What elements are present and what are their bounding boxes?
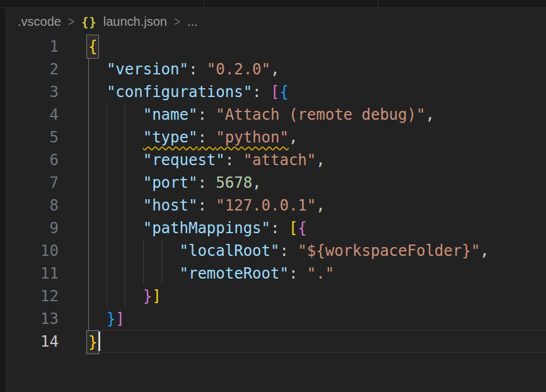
token-b2: } bbox=[143, 287, 152, 305]
token-punc: : bbox=[197, 129, 216, 146]
token-ws bbox=[88, 106, 143, 124]
indent-guide-active bbox=[88, 239, 89, 262]
code-editor[interactable]: 1{2 "version": "0.2.0",3 "configurations… bbox=[6, 35, 546, 353]
indent-guide-active bbox=[88, 285, 89, 308]
tab-separator bbox=[204, 0, 204, 8]
code-line[interactable]: 14} bbox=[6, 330, 546, 353]
indent-guide-active bbox=[88, 262, 89, 285]
code-line[interactable]: 1{ bbox=[6, 35, 546, 58]
token-ws bbox=[88, 129, 143, 146]
code-line-content[interactable]: } bbox=[84, 330, 546, 353]
token-ws bbox=[88, 61, 107, 78]
json-file-icon: {} bbox=[81, 15, 97, 29]
token-key: "pathMappings" bbox=[143, 219, 270, 237]
token-punc: , bbox=[289, 129, 298, 146]
code-line[interactable]: 13 }] bbox=[6, 308, 546, 330]
code-line[interactable]: 2 "version": "0.2.0", bbox=[6, 58, 546, 81]
token-punc: : bbox=[289, 265, 307, 282]
code-line-content[interactable]: "port": 5678, bbox=[84, 171, 546, 194]
token-str: "Attach (remote debug)" bbox=[216, 106, 425, 124]
code-line[interactable]: 4 "name": "Attach (remote debug)", bbox=[6, 103, 546, 126]
line-number: 2 bbox=[6, 58, 84, 81]
code-line-content[interactable]: "localRoot": "${workspaceFolder}", bbox=[84, 239, 546, 262]
line-number: 14 bbox=[6, 330, 84, 353]
code-line[interactable]: 5 "type": "python", bbox=[6, 126, 546, 149]
indent-guide bbox=[125, 149, 125, 171]
indent-guide-active bbox=[88, 81, 89, 103]
token-b2: [ bbox=[270, 83, 279, 101]
tab-bar bbox=[0, 0, 546, 8]
indent-guide bbox=[107, 217, 107, 239]
line-number: 1 bbox=[6, 35, 84, 58]
breadcrumb-folder[interactable]: .vscode bbox=[18, 14, 61, 29]
breadcrumb-symbol-ellipsis[interactable]: ... bbox=[187, 14, 198, 29]
breadcrumb: .vscode > {} launch.json > ... bbox=[6, 8, 546, 35]
chevron-right-icon: > bbox=[67, 14, 75, 29]
line-number: 11 bbox=[6, 262, 84, 285]
token-b1: [ bbox=[289, 219, 298, 237]
breadcrumb-file[interactable]: launch.json bbox=[103, 14, 167, 29]
editor-pane: .vscode > {} launch.json > ... 1{2 "vers… bbox=[6, 8, 546, 392]
line-number: 10 bbox=[6, 239, 84, 262]
token-key: "remoteRoot" bbox=[180, 265, 289, 282]
code-line-content[interactable]: "version": "0.2.0", bbox=[84, 58, 546, 81]
line-number: 12 bbox=[6, 285, 84, 308]
indent-guide-active bbox=[88, 308, 89, 330]
indent-guide bbox=[107, 262, 107, 285]
code-line-content[interactable]: "type": "python", bbox=[84, 126, 546, 149]
code-line-content[interactable]: "host": "127.0.0.1", bbox=[84, 194, 546, 217]
indent-guide bbox=[107, 149, 107, 171]
code-line[interactable]: 11 "remoteRoot": "." bbox=[6, 262, 546, 285]
code-line[interactable]: 8 "host": "127.0.0.1", bbox=[6, 194, 546, 217]
indent-guide bbox=[125, 194, 125, 217]
token-str: "127.0.0.1" bbox=[216, 197, 316, 214]
code-line[interactable]: 7 "port": 5678, bbox=[6, 171, 546, 194]
code-line[interactable]: 6 "request": "attach", bbox=[6, 149, 546, 171]
token-num: 5678 bbox=[216, 174, 252, 192]
indent-guide bbox=[125, 126, 125, 149]
token-b2: ] bbox=[115, 310, 124, 328]
token-punc: : bbox=[252, 83, 270, 101]
indent-guide bbox=[143, 262, 144, 285]
window-left-edge bbox=[0, 8, 6, 392]
line-number: 5 bbox=[6, 126, 84, 149]
indent-guide bbox=[107, 171, 107, 194]
line-number: 7 bbox=[6, 171, 84, 194]
code-line-content[interactable]: "pathMappings": [{ bbox=[84, 217, 546, 239]
code-line-content[interactable]: "remoteRoot": "." bbox=[84, 262, 546, 285]
code-line-content[interactable]: { bbox=[84, 35, 546, 58]
code-line[interactable]: 12 }] bbox=[6, 285, 546, 308]
token-key: "request" bbox=[143, 151, 225, 169]
token-b1: ] bbox=[152, 287, 161, 305]
code-line-content[interactable]: }] bbox=[84, 308, 546, 330]
indent-guide bbox=[161, 239, 162, 262]
token-str: "attach" bbox=[243, 151, 317, 169]
chevron-right-icon: > bbox=[173, 14, 181, 29]
indent-guide-active bbox=[88, 217, 89, 239]
code-line[interactable]: 9 "pathMappings": [{ bbox=[6, 217, 546, 239]
token-punc: , bbox=[270, 61, 279, 78]
indent-guide bbox=[107, 239, 107, 262]
code-line[interactable]: 3 "configurations": [{ bbox=[6, 81, 546, 103]
token-ws bbox=[88, 83, 107, 101]
token-str: "0.2.0" bbox=[207, 61, 270, 78]
token-punc: , bbox=[316, 151, 325, 169]
code-line-content[interactable]: }] bbox=[84, 285, 546, 308]
line-number: 4 bbox=[6, 103, 84, 126]
token-punc: , bbox=[316, 197, 325, 214]
code-line[interactable]: 10 "localRoot": "${workspaceFolder}", bbox=[6, 239, 546, 262]
token-punc: : bbox=[270, 219, 289, 237]
token-key: "name" bbox=[143, 106, 198, 124]
code-line-content[interactable]: "name": "Attach (remote debug)", bbox=[84, 103, 546, 126]
code-line-content[interactable]: "configurations": [{ bbox=[84, 81, 546, 103]
token-ws bbox=[88, 310, 107, 328]
vscode-window: .vscode > {} launch.json > ... 1{2 "vers… bbox=[0, 0, 546, 392]
token-b2: { bbox=[298, 219, 306, 237]
token-b3: } bbox=[107, 310, 115, 328]
line-number: 8 bbox=[6, 194, 84, 217]
indent-guide bbox=[161, 262, 162, 285]
token-ws bbox=[88, 242, 180, 260]
token-str: "python" bbox=[216, 129, 289, 146]
code-line-content[interactable]: "request": "attach", bbox=[84, 149, 546, 171]
token-ws bbox=[88, 197, 143, 214]
